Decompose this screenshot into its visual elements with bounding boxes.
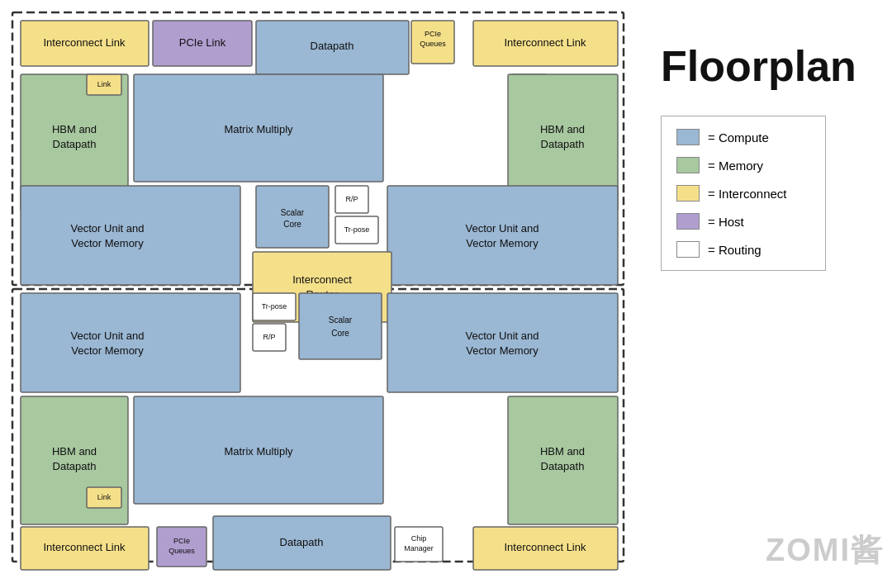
svg-text:Link: Link <box>97 493 112 501</box>
interconnect-link-bl-label: Interconnect Link <box>43 541 126 553</box>
svg-text:PCIe: PCIe <box>173 537 190 545</box>
svg-text:Vector Memory: Vector Memory <box>71 344 144 357</box>
svg-rect-19 <box>21 186 240 285</box>
svg-text:Matrix Multiply: Matrix Multiply <box>224 123 293 135</box>
memory-swatch <box>676 157 700 173</box>
memory-label: = Memory <box>708 159 763 173</box>
svg-text:Vector Unit and: Vector Unit and <box>466 330 539 342</box>
watermark-text: ZOMI酱 <box>766 529 884 571</box>
floorplan-area: Interconnect Link PCIe Link Datapath PCI… <box>0 0 644 588</box>
svg-text:HBM and: HBM and <box>540 445 585 458</box>
svg-rect-35 <box>21 293 240 392</box>
legend-compute: = Compute <box>676 129 810 145</box>
interconnect-link-tl-label: Interconnect Link <box>43 36 126 49</box>
legend-interconnect: = Interconnect <box>676 185 810 202</box>
svg-text:HBM and: HBM and <box>52 123 97 135</box>
svg-text:R/P: R/P <box>345 195 358 203</box>
svg-text:Datapath: Datapath <box>53 138 97 150</box>
svg-text:Datapath: Datapath <box>53 460 97 472</box>
compute-label: = Compute <box>708 130 769 145</box>
svg-text:Interconnect: Interconnect <box>292 273 352 286</box>
svg-text:Chip: Chip <box>411 534 427 543</box>
host-swatch <box>676 213 700 230</box>
svg-text:Core: Core <box>283 220 301 229</box>
legend-area: Floorplan = Compute = Memory = Interconn… <box>644 0 892 588</box>
svg-rect-42 <box>299 293 382 359</box>
svg-text:R/P: R/P <box>263 333 275 341</box>
interconnect-link-tr-label: Interconnect Link <box>504 36 586 49</box>
svg-text:Tr-pose: Tr-pose <box>344 225 370 234</box>
svg-text:Datapath: Datapath <box>280 536 324 548</box>
svg-text:Vector Unit and: Vector Unit and <box>466 222 539 235</box>
svg-text:Datapath: Datapath <box>541 138 585 150</box>
svg-text:Vector Memory: Vector Memory <box>466 237 539 249</box>
interconnect-label: = Interconnect <box>708 187 786 201</box>
svg-text:Vector Unit and: Vector Unit and <box>71 330 145 342</box>
datapath-top-label: Datapath <box>311 40 354 52</box>
interconnect-link-br-label: Interconnect Link <box>504 541 586 553</box>
svg-rect-29 <box>387 186 618 285</box>
legend-box: = Compute = Memory = Interconnect = Host… <box>661 116 826 271</box>
svg-text:Core: Core <box>331 329 349 338</box>
pcie-queues-top-label: PCIe <box>425 30 441 38</box>
svg-text:Manager: Manager <box>404 544 434 552</box>
svg-text:HBM and: HBM and <box>540 123 585 135</box>
routing-swatch <box>676 241 700 258</box>
legend-routing: = Routing <box>676 241 810 258</box>
svg-text:Matrix Multiply: Matrix Multiply <box>224 445 293 458</box>
svg-text:Queues: Queues <box>168 547 195 555</box>
host-label: = Host <box>708 215 744 229</box>
svg-text:Scalar: Scalar <box>281 208 305 217</box>
interconnect-swatch <box>676 185 700 202</box>
compute-swatch <box>676 129 700 145</box>
svg-text:Vector Unit and: Vector Unit and <box>71 222 145 235</box>
svg-text:Link: Link <box>97 80 112 88</box>
legend-memory: = Memory <box>676 157 810 173</box>
svg-text:HBM and: HBM and <box>52 445 97 458</box>
svg-text:Scalar: Scalar <box>329 315 353 325</box>
svg-text:Vector Memory: Vector Memory <box>466 344 539 357</box>
svg-rect-45 <box>387 293 618 392</box>
svg-text:Tr-pose: Tr-pose <box>262 302 287 311</box>
svg-text:Vector Memory: Vector Memory <box>71 237 144 249</box>
legend-host: = Host <box>676 213 810 230</box>
svg-text:Datapath: Datapath <box>541 460 585 472</box>
pcie-link-label: PCIe Link <box>179 36 226 49</box>
floorplan-title: Floorplan <box>661 41 875 91</box>
routing-label: = Routing <box>708 243 762 257</box>
pcie-queues-top-label2: Queues <box>420 40 446 48</box>
